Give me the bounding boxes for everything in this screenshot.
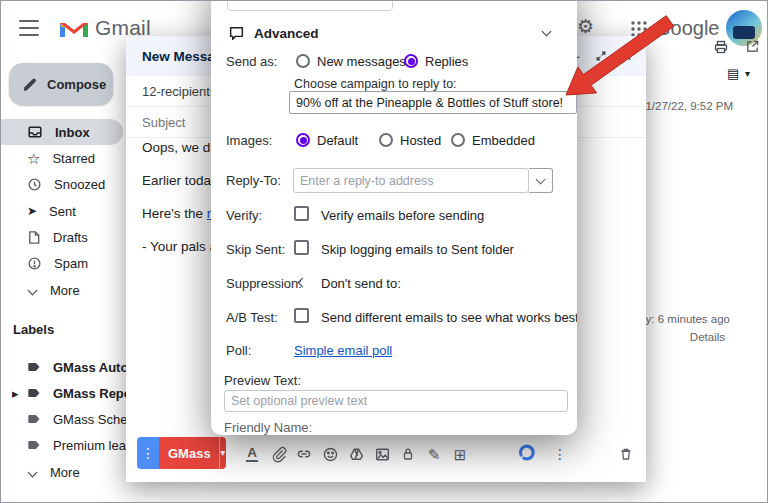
formatting-options-icon[interactable]: A [242,444,262,464]
open-in-new-icon[interactable] [745,39,760,54]
gmass-send-button[interactable]: GMass ▾ [159,437,226,469]
sidebar-label-gmass-reports[interactable]: ▸ GMass Repor [1,381,125,405]
reply-to-label: Reply-To: [226,173,281,188]
sidebar-label-gmass-scheduled[interactable]: GMass Sched [1,407,125,431]
insert-signature-icon[interactable]: ✎ [424,444,444,464]
gear-icon[interactable]: ⚙ [577,17,594,36]
attach-file-icon[interactable] [268,444,288,464]
verify-checkbox[interactable] [294,206,309,221]
popout-icon[interactable] [595,50,607,62]
clock-icon [27,177,42,192]
advanced-section-title: Advanced [254,26,319,41]
verify-label: Verify: [226,208,262,223]
ab-test-label: A/B Test: [226,310,278,325]
insert-drive-icon[interactable] [346,444,366,464]
sidebar-item-starred[interactable]: ☆ Starred [1,145,123,171]
confidential-mode-icon[interactable] [398,444,418,464]
labels-section-title: Labels [13,322,54,337]
expand-caret-icon[interactable]: ▸ [12,387,19,400]
send-as-new-label[interactable]: New messages [317,54,406,69]
dropdown-caret-icon[interactable]: ▾ [745,69,750,79]
campaign-chooser-label: Choose campaign to reply to: [294,77,457,91]
sidebar-item-drafts[interactable]: Drafts [1,224,123,250]
send-icon: ➤ [27,205,37,217]
chat-bubble-icon [228,25,245,42]
images-default-radio[interactable] [296,133,310,147]
collapse-chevron-icon[interactable] [542,27,552,37]
poll-label: Poll: [226,343,251,358]
spreadsheet-grid-icon[interactable]: ⊞ [450,444,470,464]
sidebar-item-inbox[interactable]: Inbox [1,119,123,145]
skip-sent-text[interactable]: Skip logging emails to Sent folder [321,242,514,257]
activity-status: ivity: 6 minutes ago [632,313,730,325]
panel-toggle-icon[interactable]: ▤ [727,67,739,80]
chevron-down-icon [28,467,38,477]
discard-draft-icon[interactable] [616,443,636,463]
label-tag-icon [27,438,41,452]
preview-text-label: Preview Text: [224,373,301,388]
poll-link[interactable]: Simple email poll [294,343,392,358]
images-embedded-radio[interactable] [451,133,465,147]
send-as-replies-label[interactable]: Replies [425,54,468,69]
label-tag-icon [27,360,41,374]
close-icon[interactable]: × [622,48,632,65]
ab-test-checkbox[interactable] [294,308,309,323]
chevron-down-icon [536,174,546,184]
pencil-icon [22,76,38,92]
images-embedded-label[interactable]: Embedded [472,133,535,148]
verify-text[interactable]: Verify emails before sending [321,208,484,223]
sidebar-item-snoozed[interactable]: Snoozed [1,171,123,197]
gmass-settings-dialog: Advanced Send as: New messages Replies C… [211,0,577,435]
ab-test-text[interactable]: Send different emails to see what works … [321,310,577,325]
compose-button[interactable]: Compose [9,63,113,105]
images-hosted-radio[interactable] [379,133,393,147]
sidebar-label-more[interactable]: More [1,460,125,484]
reply-to-dropdown-button[interactable] [529,168,553,193]
friendly-name-label: Friendly Name: [224,420,312,435]
sidebar-label-premium-leads[interactable]: Premium lead [1,433,125,457]
chevron-down-icon [28,285,38,295]
compose-label: Compose [47,77,106,92]
sidebar-item-more[interactable]: More [1,277,123,303]
label-tag-icon [27,412,41,426]
insert-link-icon[interactable] [294,444,314,464]
preview-text-input[interactable] [224,390,568,412]
campaign-chooser-input[interactable] [289,91,577,114]
skip-sent-label: Skip Sent: [226,242,285,257]
sidebar: Compose Inbox ☆ Starred Snoozed [1,57,126,503]
gmass-dropdown-caret-icon[interactable]: ▾ [219,437,226,469]
details-link[interactable]: Details [690,331,725,343]
gmass-logo-icon[interactable] [516,442,536,462]
partial-top-button[interactable] [227,0,393,11]
spam-icon [27,256,42,271]
star-icon: ☆ [27,151,40,166]
send-as-new-radio[interactable] [296,54,310,68]
images-hosted-label[interactable]: Hosted [400,133,441,148]
suppression-label: Suppression: [226,276,302,291]
send-as-replies-radio[interactable] [404,54,418,68]
insert-photo-icon[interactable] [372,444,392,464]
sidebar-label-gmass-auto[interactable]: GMass Auto [1,355,125,379]
suppression-text: Don't send to: [321,276,401,291]
more-options-icon[interactable]: ⋮ [550,444,570,464]
hamburger-menu-icon[interactable] [19,20,39,36]
images-label: Images: [226,133,272,148]
gmail-app-window: Gmail ⚙ Google Compose [0,0,768,503]
send-as-label: Send as: [226,54,277,69]
print-icon[interactable] [713,39,729,55]
inbox-icon [27,124,43,140]
gmail-logo-icon [58,17,90,41]
sidebar-item-sent[interactable]: ➤ Sent [1,198,123,224]
label-tag-icon [27,386,41,400]
google-label: Google [655,17,720,40]
images-default-label[interactable]: Default [317,133,358,148]
reply-to-input[interactable] [293,168,529,193]
gmass-drag-handle[interactable]: ⋮ [137,437,159,469]
sidebar-item-spam[interactable]: Spam [1,250,123,276]
insert-emoji-icon[interactable] [320,444,340,464]
compose-toolbar: ⋮ GMass ▾ A [126,436,646,482]
draft-icon [27,230,41,245]
skip-sent-checkbox[interactable] [294,240,309,255]
